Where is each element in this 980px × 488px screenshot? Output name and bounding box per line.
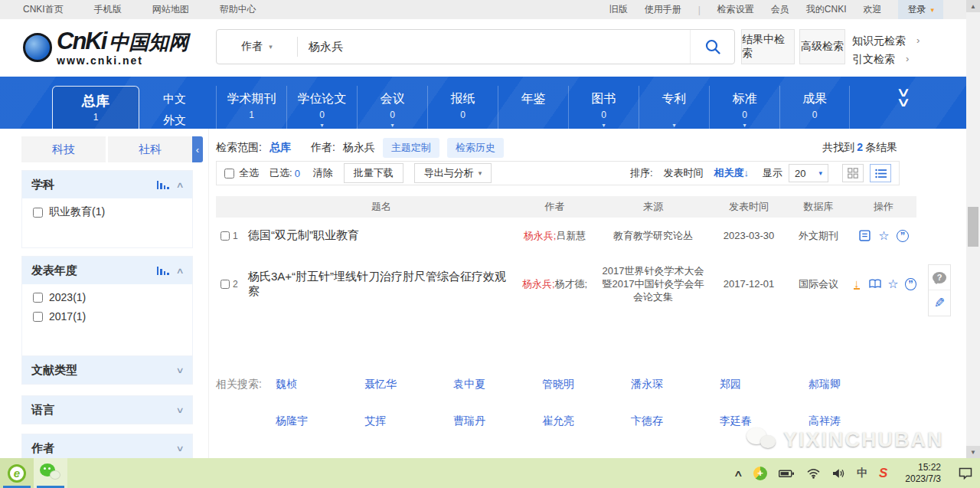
help-button[interactable]: ? bbox=[929, 265, 950, 290]
cite-icon[interactable]: ” bbox=[897, 230, 909, 242]
knowledge-element-search-link[interactable]: 知识元检索› bbox=[852, 31, 920, 50]
scrollbar-thumb[interactable] bbox=[968, 207, 978, 247]
search-button[interactable] bbox=[690, 30, 734, 64]
result-title-link[interactable]: 德国“双元制”职业教育 bbox=[248, 228, 514, 243]
topbar-link-my-cnki[interactable]: 我的CNKI bbox=[806, 3, 847, 16]
favorite-icon[interactable]: ☆ bbox=[887, 277, 900, 290]
download-icon[interactable]: ↓ bbox=[851, 277, 863, 290]
scope-value[interactable]: 总库 bbox=[270, 141, 291, 155]
chevron-down-icon[interactable]: ∨ bbox=[175, 365, 184, 375]
battery-icon[interactable] bbox=[779, 469, 795, 478]
filter-option-2023[interactable]: 2023(1) bbox=[22, 284, 192, 303]
tab-total-library[interactable]: 总库 1 bbox=[52, 86, 139, 129]
related-search-link[interactable]: 卞德存 bbox=[631, 414, 720, 428]
tray-expand-icon[interactable]: ∧ bbox=[733, 468, 743, 479]
related-search-link[interactable]: 郑园 bbox=[720, 378, 808, 391]
bar-chart-icon[interactable] bbox=[157, 266, 169, 275]
subject-customize-button[interactable]: 主题定制 bbox=[383, 138, 439, 158]
batch-download-button[interactable]: 批量下载 bbox=[344, 163, 403, 183]
sort-by-publish-time[interactable]: 发表时间 bbox=[664, 166, 704, 180]
vertical-scrollbar[interactable]: ▲ ▼ bbox=[966, 0, 980, 458]
cnki-logo[interactable]: CnKi 中国知网 www.cnki.net bbox=[23, 28, 188, 67]
volume-icon[interactable] bbox=[832, 468, 845, 479]
login-button[interactable]: 登录 ▾ bbox=[898, 0, 943, 19]
tab-yearbooks[interactable]: 年鉴 bbox=[498, 86, 568, 129]
topbar-link-member[interactable]: 会员 bbox=[771, 3, 789, 16]
filter-header-language[interactable]: 语言 ∨ bbox=[22, 396, 192, 424]
tab-newspapers[interactable]: 报纸0 bbox=[427, 86, 498, 129]
tab-social-science[interactable]: 社科 bbox=[108, 136, 192, 162]
tab-patents[interactable]: 专利 ▾ bbox=[639, 86, 709, 129]
topbar-link-help-center[interactable]: 帮助中心 bbox=[220, 3, 256, 16]
chevron-up-icon[interactable]: ∧ bbox=[175, 180, 184, 190]
advanced-search-button[interactable]: 高级检索 bbox=[799, 29, 845, 64]
search-input[interactable] bbox=[298, 41, 690, 54]
related-search-link[interactable]: 艾挥 bbox=[364, 414, 453, 428]
bar-chart-icon[interactable] bbox=[157, 180, 169, 189]
related-search-link[interactable]: 管晓明 bbox=[542, 378, 631, 391]
select-all-label[interactable]: 全选 bbox=[239, 166, 259, 180]
sidebar-collapse-button[interactable]: ‹ bbox=[192, 136, 203, 162]
filter-header-doc-type[interactable]: 文献类型 ∨ bbox=[22, 356, 192, 384]
result-source-link[interactable]: 教育教学研究论丛 bbox=[595, 229, 711, 242]
read-online-icon[interactable] bbox=[869, 277, 881, 290]
html-read-icon[interactable] bbox=[858, 229, 871, 242]
filter-header-subject[interactable]: 学科 ∧ bbox=[22, 171, 192, 198]
related-search-link[interactable]: 杨隆宇 bbox=[276, 414, 364, 428]
related-search-link[interactable]: 郝瑞卿 bbox=[808, 378, 897, 391]
related-search-link[interactable]: 李廷春 bbox=[720, 414, 808, 428]
chevron-down-icon[interactable]: ∨ bbox=[175, 405, 184, 415]
taskbar-wechat-button[interactable] bbox=[34, 458, 67, 488]
matched-author[interactable]: 杨永兵; bbox=[522, 278, 555, 290]
search-history-button[interactable]: 检索历史 bbox=[447, 138, 504, 158]
tab-science-tech[interactable]: 科技 bbox=[21, 136, 106, 162]
result-authors[interactable]: 杨永兵;杨才德; bbox=[514, 277, 595, 291]
topbar-link-manual[interactable]: 使用手册 bbox=[645, 3, 681, 16]
select-all-checkbox[interactable] bbox=[224, 169, 234, 178]
export-analyze-button[interactable]: 导出与分析 ▾ bbox=[414, 163, 492, 183]
wifi-icon[interactable] bbox=[806, 467, 821, 479]
related-search-link[interactable]: 潘永琛 bbox=[631, 378, 720, 391]
topbar-link-mobile[interactable]: 手机版 bbox=[94, 3, 122, 16]
more-categories-button[interactable]: ∨ ∨ bbox=[888, 87, 919, 107]
related-search-link[interactable]: 魏桢 bbox=[276, 378, 364, 391]
related-search-link[interactable]: 崔允亮 bbox=[542, 414, 631, 428]
grid-view-button[interactable] bbox=[842, 164, 864, 182]
row-checkbox[interactable] bbox=[220, 231, 230, 241]
input-method-icon[interactable]: 中 bbox=[857, 467, 867, 480]
tab-academic-journals[interactable]: 学术期刊1 bbox=[216, 86, 286, 129]
topbar-link-search-settings[interactable]: 检索设置 bbox=[717, 3, 754, 16]
filter-option-vocational-education[interactable]: 职业教育(1) bbox=[22, 198, 192, 219]
topbar-link-sitemap[interactable]: 网站地图 bbox=[152, 3, 189, 16]
related-search-link[interactable]: 聂忆华 bbox=[364, 378, 453, 391]
topbar-link-old-version[interactable]: 旧版 bbox=[609, 3, 628, 16]
filter-header-year[interactable]: 发表年度 ∧ bbox=[22, 257, 192, 284]
feedback-button[interactable]: ✎ bbox=[929, 290, 950, 316]
search-in-results-button[interactable]: 结果中检索 bbox=[741, 29, 795, 64]
notification-center-icon[interactable] bbox=[959, 467, 972, 480]
tab-dissertations[interactable]: 学位论文0 ▾ bbox=[286, 86, 357, 129]
tab-conferences[interactable]: 会议0 ▾ bbox=[357, 86, 427, 129]
tab-chinese[interactable]: 中文 bbox=[150, 92, 199, 106]
page-size-select[interactable]: 20 ▾ bbox=[789, 164, 828, 182]
scroll-down-button[interactable]: ▼ bbox=[966, 446, 980, 458]
clear-selection-button[interactable]: 清除 bbox=[313, 166, 333, 180]
result-source-link[interactable]: 2017世界针灸学术大会暨2017中国针灸学会年会论文集 bbox=[595, 264, 711, 303]
chevron-down-icon[interactable]: ∨ bbox=[175, 444, 184, 454]
result-title-link[interactable]: 杨氏3A+“肘五针”埋线针刀治疗肘尺管综合征疗效观察 bbox=[248, 270, 514, 299]
favorite-icon[interactable]: ☆ bbox=[877, 229, 890, 242]
row-checkbox[interactable] bbox=[220, 280, 230, 289]
tab-foreign[interactable]: 外文 bbox=[150, 113, 199, 128]
chevron-up-icon[interactable]: ∧ bbox=[175, 266, 184, 276]
scroll-up-button[interactable]: ▲ bbox=[966, 0, 980, 12]
taskbar-browser-button[interactable]: e bbox=[0, 458, 34, 488]
filter-checkbox[interactable] bbox=[33, 208, 43, 218]
matched-author[interactable]: 杨永兵; bbox=[524, 230, 557, 241]
sogou-input-icon[interactable]: S bbox=[879, 466, 887, 481]
result-authors[interactable]: 杨永兵;吕新慧 bbox=[514, 229, 595, 243]
filter-option-2017[interactable]: 2017(1) bbox=[22, 303, 192, 323]
tab-standards[interactable]: 标准0 ▾ bbox=[709, 86, 779, 129]
citation-search-link[interactable]: 引文检索› bbox=[852, 50, 920, 68]
related-search-link[interactable]: 袁中夏 bbox=[453, 378, 542, 391]
list-view-button[interactable] bbox=[870, 164, 891, 182]
